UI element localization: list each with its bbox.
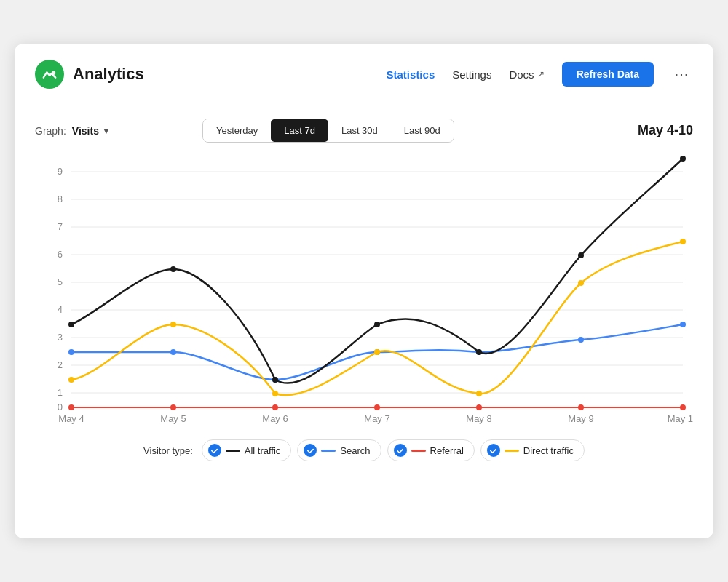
svg-point-45 xyxy=(374,349,380,355)
legend: Visitor type: All traffic Search xyxy=(15,426,713,477)
svg-point-43 xyxy=(170,322,176,327)
svg-text:2: 2 xyxy=(58,359,63,370)
chart-container: 9 8 7 6 5 4 3 2 1 0 May 4 May 5 May 6 Ma… xyxy=(15,150,713,426)
search-line-swatch xyxy=(321,450,336,452)
logo-wrap: Analytics xyxy=(35,60,387,89)
direct-traffic-line-swatch xyxy=(505,450,519,452)
svg-point-0 xyxy=(52,71,56,75)
app-logo-icon xyxy=(35,60,64,89)
direct-traffic-check-icon xyxy=(487,444,500,457)
svg-point-30 xyxy=(272,404,278,410)
svg-text:May 8: May 8 xyxy=(466,413,491,424)
svg-point-33 xyxy=(578,404,584,410)
svg-point-50 xyxy=(170,266,176,272)
graph-prefix-label: Graph: xyxy=(35,125,66,137)
svg-point-51 xyxy=(272,377,278,383)
legend-direct-traffic[interactable]: Direct traffic xyxy=(480,439,585,461)
svg-point-55 xyxy=(680,156,686,162)
svg-point-28 xyxy=(68,404,74,410)
svg-text:7: 7 xyxy=(58,221,63,232)
svg-point-44 xyxy=(272,391,278,396)
svg-text:0: 0 xyxy=(58,402,63,412)
legend-referral[interactable]: Referral xyxy=(387,439,475,461)
direct-traffic-line xyxy=(71,242,683,395)
legend-search[interactable]: Search xyxy=(297,439,381,461)
svg-point-52 xyxy=(374,322,380,327)
nav-statistics[interactable]: Statistics xyxy=(387,68,435,81)
refresh-data-button[interactable]: Refresh Data xyxy=(562,62,654,87)
analytics-card: Analytics Statistics Settings Docs ↗ Ref… xyxy=(15,44,713,538)
svg-point-31 xyxy=(374,404,380,410)
line-chart: 9 8 7 6 5 4 3 2 1 0 May 4 May 5 May 6 Ma… xyxy=(35,150,693,426)
svg-text:May 10: May 10 xyxy=(668,413,693,424)
all-traffic-check-icon xyxy=(208,444,221,457)
svg-point-47 xyxy=(578,280,584,286)
period-last90d-button[interactable]: Last 90d xyxy=(391,119,454,142)
svg-text:5: 5 xyxy=(58,276,63,287)
svg-text:9: 9 xyxy=(58,166,63,177)
search-label: Search xyxy=(340,445,370,456)
svg-point-34 xyxy=(680,404,686,410)
app-title: Analytics xyxy=(73,65,144,84)
svg-text:May 9: May 9 xyxy=(568,413,593,424)
direct-traffic-label: Direct traffic xyxy=(523,445,574,456)
svg-text:1: 1 xyxy=(58,387,63,398)
svg-point-48 xyxy=(680,239,686,244)
svg-point-42 xyxy=(68,377,74,383)
period-yesterday-button[interactable]: Yesterday xyxy=(203,119,271,142)
svg-text:8: 8 xyxy=(58,194,63,204)
toolbar: Graph: Visits ▼ Yesterday Last 7d Last 3… xyxy=(15,105,713,150)
external-link-icon: ↗ xyxy=(537,69,545,79)
graph-type-selector[interactable]: Visits ▼ xyxy=(72,125,111,137)
svg-point-32 xyxy=(476,404,482,410)
referral-label: Referral xyxy=(430,445,464,456)
svg-text:May 7: May 7 xyxy=(364,413,389,424)
period-group: Yesterday Last 7d Last 30d Last 90d xyxy=(202,119,454,143)
chevron-down-icon: ▼ xyxy=(102,126,111,136)
nav-docs-label: Docs xyxy=(509,68,534,81)
all-traffic-line-swatch xyxy=(226,450,240,452)
period-last7d-button[interactable]: Last 7d xyxy=(271,119,328,142)
all-traffic-label: All traffic xyxy=(245,445,281,456)
nav-docs[interactable]: Docs ↗ xyxy=(509,68,544,81)
more-options-button[interactable]: ⋯ xyxy=(671,65,693,83)
svg-point-35 xyxy=(68,349,74,355)
svg-text:May 5: May 5 xyxy=(160,413,186,424)
legend-all-traffic[interactable]: All traffic xyxy=(202,439,292,461)
graph-type-value: Visits xyxy=(72,125,99,137)
svg-point-54 xyxy=(578,252,584,258)
referral-check-icon xyxy=(394,444,407,457)
svg-point-40 xyxy=(578,337,584,343)
svg-point-29 xyxy=(170,404,176,410)
legend-prefix: Visitor type: xyxy=(143,445,193,456)
svg-text:May 4: May 4 xyxy=(58,413,84,424)
svg-point-53 xyxy=(476,349,482,355)
date-range-label: May 4-10 xyxy=(638,123,693,138)
referral-line-swatch xyxy=(411,450,426,452)
nav-settings[interactable]: Settings xyxy=(452,68,491,81)
svg-text:6: 6 xyxy=(58,249,63,260)
search-check-icon xyxy=(304,444,317,457)
period-last30d-button[interactable]: Last 30d xyxy=(328,119,391,142)
svg-text:May 6: May 6 xyxy=(262,413,288,424)
svg-point-49 xyxy=(68,322,74,327)
svg-text:4: 4 xyxy=(58,304,63,315)
svg-point-46 xyxy=(476,391,482,396)
header: Analytics Statistics Settings Docs ↗ Ref… xyxy=(15,44,713,105)
svg-point-36 xyxy=(170,349,176,355)
header-nav: Statistics Settings Docs ↗ Refresh Data … xyxy=(387,62,693,87)
svg-point-41 xyxy=(680,322,686,327)
svg-text:3: 3 xyxy=(58,332,63,343)
